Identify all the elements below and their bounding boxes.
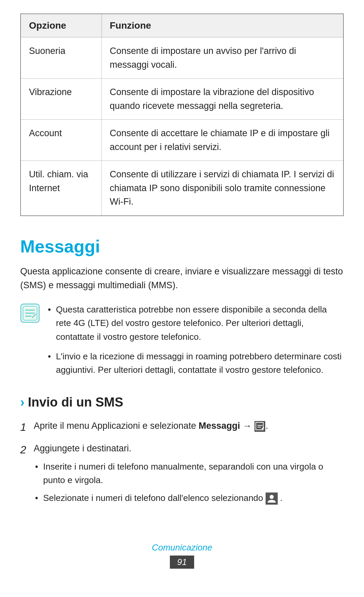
- option-cell-suoneria: Suoneria: [21, 37, 101, 79]
- function-cell-vibrazione: Consente di impostare la vibrazione del …: [101, 79, 343, 120]
- step-1-text-before: Aprite il menu Applicazioni e selezionat…: [34, 421, 199, 431]
- period-after-icon: .: [280, 493, 282, 503]
- footer-label: Comunicazione: [20, 542, 344, 553]
- step-2: 2 Aggiungete i destinatari. Inserite i n…: [20, 442, 344, 509]
- note-box: Questa caratteristica potrebbe non esser…: [20, 303, 344, 383]
- option-line1: Util. chiam. via: [29, 169, 88, 179]
- messaggi-title: Messaggi: [20, 236, 344, 257]
- step-2-content: Aggiungete i destinatari. Inserite i num…: [34, 442, 344, 509]
- footer-page: 91: [170, 556, 194, 569]
- step-number-2: 2: [20, 442, 30, 458]
- table-header-row: Opzione Funzione: [21, 14, 343, 37]
- step-1: 1 Aprite il menu Applicazioni e selezion…: [20, 419, 344, 436]
- step-2-bullet-1: Inserite i numeri di telefono manualment…: [34, 460, 344, 487]
- table-row: Suoneria Consente di impostare un avviso…: [21, 37, 343, 79]
- steps-container: 1 Aprite il menu Applicazioni e selezion…: [20, 419, 344, 509]
- step-2-bullet-2-text: Selezionate i numeri di telefono dall'el…: [43, 493, 263, 503]
- table-row: Vibrazione Consente di impostare la vibr…: [21, 79, 343, 120]
- note-content: Questa caratteristica potrebbe non esser…: [47, 303, 344, 383]
- messaggi-intro: Questa applicazione consente di creare, …: [20, 265, 344, 293]
- col-header-funzione: Funzione: [101, 14, 343, 37]
- messaggi-section: Messaggi Questa applicazione consente di…: [20, 236, 344, 509]
- option-line2: Internet: [29, 183, 60, 193]
- function-cell-suoneria: Consente di impostare un avviso per l'ar…: [101, 37, 343, 79]
- option-cell-util: Util. chiam. via Internet: [21, 161, 101, 216]
- step-1-content: Aprite il menu Applicazioni e selezionat…: [34, 419, 344, 433]
- table-row: Util. chiam. via Internet Consente di ut…: [21, 161, 343, 216]
- step-1-arrow: →: [240, 421, 254, 431]
- table-section: Opzione Funzione Suoneria Consente di im…: [20, 13, 344, 216]
- invio-sms-title: › Invio di un SMS: [20, 395, 344, 410]
- option-cell-account: Account: [21, 120, 101, 161]
- invio-sms-subsection: › Invio di un SMS 1 Aprite il menu Appli…: [20, 395, 344, 509]
- step-2-text: Aggiungete i destinatari.: [34, 443, 131, 453]
- function-cell-account: Consente di accettare le chiamate IP e d…: [101, 120, 343, 161]
- person-icon: [266, 493, 280, 503]
- note-item-1: Questa caratteristica potrebbe non esser…: [47, 303, 344, 344]
- note-item-2: L'invio e la ricezione di messaggi in ro…: [47, 350, 344, 377]
- compose-icon: [254, 421, 266, 431]
- footer: Comunicazione 91: [20, 536, 344, 569]
- step-number-1: 1: [20, 419, 30, 436]
- function-cell-util: Consente di utilizzare i servizi di chia…: [101, 161, 343, 216]
- svg-point-12: [270, 495, 274, 499]
- step-2-bullet-2: Selezionate i numeri di telefono dall'el…: [34, 491, 344, 505]
- option-cell-vibrazione: Vibrazione: [21, 79, 101, 120]
- note-icon: [20, 303, 40, 323]
- chevron-icon: ›: [20, 395, 25, 410]
- step-1-bold: Messaggi: [199, 421, 240, 431]
- table-row: Account Consente di accettare le chiamat…: [21, 120, 343, 161]
- step-1-period: .: [266, 421, 268, 431]
- col-header-opzione: Opzione: [21, 14, 101, 37]
- options-table: Opzione Funzione Suoneria Consente di im…: [20, 13, 344, 216]
- invio-sms-title-text: Invio di un SMS: [28, 395, 123, 410]
